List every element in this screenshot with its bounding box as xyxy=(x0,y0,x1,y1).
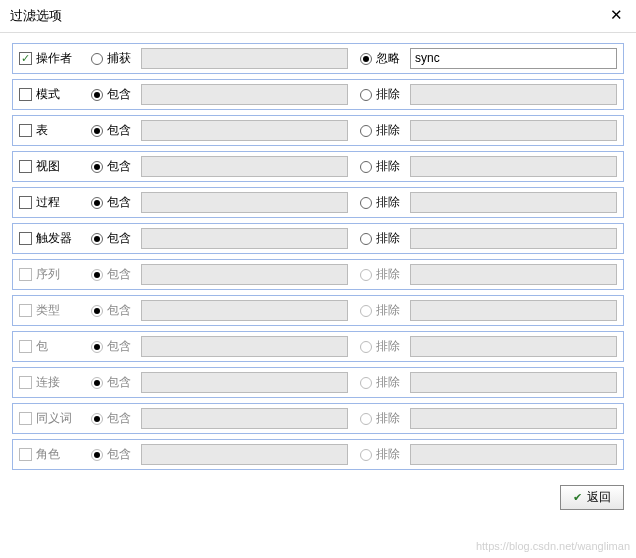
input-table-exclude xyxy=(410,120,617,141)
checkbox-view[interactable] xyxy=(19,160,32,173)
radio-view-exclude[interactable] xyxy=(360,161,372,173)
radio-label: 排除 xyxy=(376,374,406,391)
input-synonym-exclude xyxy=(410,408,617,429)
filter-row-connect: 连接 包含 排除 xyxy=(12,367,624,398)
radio-package-include xyxy=(91,341,103,353)
filter-options-panel: 操作者 捕获 忽略 sync 模式 包含 排除 表 xyxy=(0,33,636,481)
radio-label: 包含 xyxy=(107,266,137,283)
input-procedure-exclude xyxy=(410,192,617,213)
checkbox-role xyxy=(19,448,32,461)
titlebar: 过滤选项 ✕ xyxy=(0,0,636,33)
radio-label: 排除 xyxy=(376,230,406,247)
filter-row-procedure: 过程 包含 排除 xyxy=(12,187,624,218)
input-trigger-exclude xyxy=(410,228,617,249)
radio-label: 包含 xyxy=(107,158,137,175)
input-trigger-include xyxy=(141,228,348,249)
radio-procedure-exclude[interactable] xyxy=(360,197,372,209)
radio-sequence-exclude xyxy=(360,269,372,281)
back-button[interactable]: ✔ 返回 xyxy=(560,485,624,510)
radio-label: 包含 xyxy=(107,338,137,355)
radio-synonym-exclude xyxy=(360,413,372,425)
row-label: 包 xyxy=(36,338,48,355)
radio-label: 排除 xyxy=(376,266,406,283)
radio-label: 捕获 xyxy=(107,50,137,67)
radio-label: 排除 xyxy=(376,446,406,463)
radio-role-include xyxy=(91,449,103,461)
radio-operator-capture[interactable] xyxy=(91,53,103,65)
radio-connect-exclude xyxy=(360,377,372,389)
input-operator-ignore[interactable]: sync xyxy=(410,48,617,69)
back-button-label: 返回 xyxy=(587,489,611,506)
radio-label: 排除 xyxy=(376,158,406,175)
check-icon: ✔ xyxy=(573,491,582,504)
checkbox-operator[interactable] xyxy=(19,52,32,65)
input-role-exclude xyxy=(410,444,617,465)
checkbox-trigger[interactable] xyxy=(19,232,32,245)
input-operator-capture xyxy=(141,48,348,69)
input-type-include xyxy=(141,300,348,321)
radio-label: 排除 xyxy=(376,194,406,211)
radio-label: 包含 xyxy=(107,302,137,319)
checkbox-sequence xyxy=(19,268,32,281)
checkbox-type xyxy=(19,304,32,317)
input-connect-include xyxy=(141,372,348,393)
input-package-exclude xyxy=(410,336,617,357)
filter-row-package: 包 包含 排除 xyxy=(12,331,624,362)
radio-schema-exclude[interactable] xyxy=(360,89,372,101)
row-label: 同义词 xyxy=(36,410,72,427)
radio-label: 包含 xyxy=(107,374,137,391)
input-procedure-include xyxy=(141,192,348,213)
radio-view-include[interactable] xyxy=(91,161,103,173)
radio-label: 排除 xyxy=(376,410,406,427)
radio-trigger-exclude[interactable] xyxy=(360,233,372,245)
input-view-include xyxy=(141,156,348,177)
radio-label: 包含 xyxy=(107,194,137,211)
row-label: 视图 xyxy=(36,158,60,175)
radio-schema-include[interactable] xyxy=(91,89,103,101)
row-label: 过程 xyxy=(36,194,60,211)
radio-trigger-include[interactable] xyxy=(91,233,103,245)
input-sequence-include xyxy=(141,264,348,285)
radio-label: 包含 xyxy=(107,122,137,139)
radio-label: 排除 xyxy=(376,122,406,139)
input-table-include xyxy=(141,120,348,141)
input-type-exclude xyxy=(410,300,617,321)
checkbox-procedure[interactable] xyxy=(19,196,32,209)
watermark: https://blog.csdn.net/wangliman xyxy=(476,540,630,552)
row-label: 表 xyxy=(36,122,48,139)
filter-row-trigger: 触发器 包含 排除 xyxy=(12,223,624,254)
radio-synonym-include xyxy=(91,413,103,425)
radio-role-exclude xyxy=(360,449,372,461)
input-package-include xyxy=(141,336,348,357)
row-label: 角色 xyxy=(36,446,60,463)
checkbox-schema[interactable] xyxy=(19,88,32,101)
filter-row-table: 表 包含 排除 xyxy=(12,115,624,146)
close-icon[interactable]: ✕ xyxy=(606,6,626,26)
row-label: 连接 xyxy=(36,374,60,391)
radio-label: 排除 xyxy=(376,86,406,103)
radio-operator-ignore[interactable] xyxy=(360,53,372,65)
input-connect-exclude xyxy=(410,372,617,393)
row-label: 模式 xyxy=(36,86,60,103)
checkbox-package xyxy=(19,340,32,353)
filter-row-synonym: 同义词 包含 排除 xyxy=(12,403,624,434)
radio-label: 排除 xyxy=(376,338,406,355)
checkbox-table[interactable] xyxy=(19,124,32,137)
filter-row-role: 角色 包含 排除 xyxy=(12,439,624,470)
input-schema-include xyxy=(141,84,348,105)
checkbox-connect xyxy=(19,376,32,389)
radio-type-include xyxy=(91,305,103,317)
input-view-exclude xyxy=(410,156,617,177)
footer: ✔ 返回 xyxy=(0,481,636,518)
radio-procedure-include[interactable] xyxy=(91,197,103,209)
window-title: 过滤选项 xyxy=(10,7,62,25)
filter-row-schema: 模式 包含 排除 xyxy=(12,79,624,110)
radio-label: 包含 xyxy=(107,86,137,103)
radio-table-include[interactable] xyxy=(91,125,103,137)
radio-connect-include xyxy=(91,377,103,389)
radio-type-exclude xyxy=(360,305,372,317)
filter-row-operator: 操作者 捕获 忽略 sync xyxy=(12,43,624,74)
radio-label: 包含 xyxy=(107,446,137,463)
radio-table-exclude[interactable] xyxy=(360,125,372,137)
row-label: 类型 xyxy=(36,302,60,319)
